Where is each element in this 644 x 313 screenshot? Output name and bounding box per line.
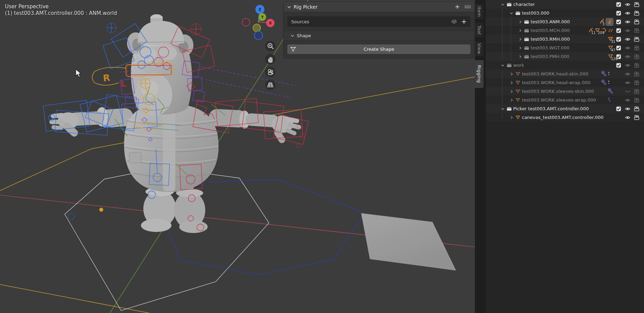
- hide-viewport-toggle[interactable]: [623, 72, 632, 77]
- outliner-row[interactable]: test003.ANM.000 3: [486, 17, 644, 26]
- outliner-row[interactable]: test003.PMH.000126: [486, 52, 644, 61]
- outliner-row[interactable]: test003.000: [486, 9, 644, 17]
- hide-viewport-toggle[interactable]: [623, 80, 632, 85]
- wrench-modifier-icon: [601, 80, 607, 85]
- rig-picker-panel-header[interactable]: Rig Picker: [284, 2, 474, 12]
- exclude-checkbox-slot[interactable]: [614, 28, 623, 33]
- 3d-viewport[interactable]: R L User Perspective (1) test003.AMT.con…: [0, 0, 475, 313]
- outliner-row[interactable]: test003.WORK.head-wrap.000: [486, 78, 644, 87]
- shape-subpanel-header[interactable]: Shape: [284, 31, 474, 41]
- row-expand-toggle[interactable]: [509, 89, 514, 94]
- disable-render-toggle[interactable]: [632, 19, 641, 25]
- exclude-checkbox-slot[interactable]: [614, 106, 623, 111]
- disable-render-toggle[interactable]: [632, 2, 641, 7]
- outliner[interactable]: character test003.000 test003.ANM.000 3 …: [486, 0, 644, 313]
- row-expand-toggle[interactable]: [509, 115, 514, 120]
- row-label: canevas_test003.AMT.controller.000: [522, 115, 604, 120]
- tab-rigging[interactable]: Rigging: [475, 60, 484, 88]
- outliner-row[interactable]: character: [486, 0, 644, 9]
- disable-render-toggle[interactable]: [632, 80, 641, 86]
- tab-tool[interactable]: Tool: [475, 22, 484, 38]
- checkbox-icon: [616, 46, 621, 50]
- outliner-row[interactable]: test003.WORK.sleeves-wrap.000: [486, 96, 644, 104]
- row-expand-toggle[interactable]: [500, 2, 506, 7]
- row-expand-toggle[interactable]: [517, 37, 523, 42]
- pan-button[interactable]: [265, 54, 276, 64]
- outliner-row[interactable]: Picker test003.AMT.controller.000: [486, 104, 644, 113]
- disable-render-toggle[interactable]: [632, 10, 641, 16]
- disable-render-toggle[interactable]: [632, 89, 641, 94]
- hide-viewport-toggle[interactable]: [623, 89, 632, 94]
- row-expand-toggle[interactable]: [509, 10, 514, 16]
- render-camera-icon: [634, 115, 640, 120]
- disable-render-toggle[interactable]: [632, 54, 641, 59]
- gizmo-z-label: Z: [259, 7, 261, 12]
- sources-list[interactable]: Sources: [287, 16, 470, 27]
- eye-open-icon: [625, 11, 631, 16]
- outliner-row[interactable]: canevas_test003.AMT.controller.000: [486, 113, 644, 122]
- tab-item[interactable]: Item: [475, 3, 484, 19]
- eye-disabled-icon: [625, 80, 631, 85]
- exclude-checkbox-slot[interactable]: [614, 63, 623, 68]
- mesh-object-icon: [515, 80, 520, 85]
- outliner-row[interactable]: test003.WORK.head-skin.000: [486, 70, 644, 78]
- hide-viewport-toggle[interactable]: [623, 37, 632, 42]
- row-expand-toggle[interactable]: [517, 19, 523, 25]
- perspective-grid-icon: [267, 81, 274, 89]
- disable-render-toggle[interactable]: [632, 37, 641, 42]
- row-expand-toggle[interactable]: [509, 80, 514, 86]
- tab-view[interactable]: View: [475, 41, 484, 57]
- eye-closed-icon: [625, 89, 631, 94]
- outliner-row[interactable]: test003.MCH.000 11209: [486, 26, 644, 35]
- row-expand-toggle[interactable]: [517, 54, 523, 59]
- hide-viewport-toggle[interactable]: [623, 19, 632, 24]
- row-expand-toggle[interactable]: [509, 71, 514, 77]
- exclude-checkbox-slot[interactable]: [614, 19, 623, 24]
- shape-title: Shape: [297, 33, 311, 38]
- camera-view-button[interactable]: [265, 67, 276, 77]
- disable-render-toggle[interactable]: [632, 63, 641, 68]
- disable-render-toggle[interactable]: [632, 28, 641, 33]
- collection-icon: [507, 2, 512, 7]
- hide-viewport-toggle[interactable]: [623, 54, 632, 59]
- navigation-gizmo[interactable]: Z Y X: [242, 2, 278, 42]
- pose-mode-button[interactable]: [606, 18, 613, 26]
- collection-icon: [507, 106, 512, 111]
- row-expand-toggle[interactable]: [517, 28, 523, 33]
- outliner-row[interactable]: work: [486, 61, 644, 70]
- sources-add-button[interactable]: [461, 19, 467, 24]
- gizmo-negative-y: [253, 24, 261, 32]
- disable-render-toggle[interactable]: [632, 115, 641, 120]
- hide-viewport-toggle[interactable]: [623, 63, 632, 68]
- hide-viewport-toggle[interactable]: [623, 11, 632, 16]
- row-expand-toggle[interactable]: [500, 63, 506, 68]
- sources-fake-user-button[interactable]: [451, 19, 457, 24]
- outliner-row[interactable]: test003.WGT.00047: [486, 43, 644, 52]
- disable-render-toggle[interactable]: [632, 45, 641, 51]
- exclude-checkbox-slot[interactable]: [614, 2, 623, 7]
- hide-viewport-toggle[interactable]: [623, 115, 632, 120]
- row-expand-toggle[interactable]: [517, 45, 523, 51]
- hide-viewport-toggle[interactable]: [623, 2, 632, 7]
- panel-extras-button[interactable]: [465, 5, 471, 9]
- hide-viewport-toggle[interactable]: [623, 106, 632, 111]
- mesh-object-icon: [515, 89, 520, 94]
- disable-render-toggle[interactable]: [632, 97, 641, 103]
- row-expand-toggle[interactable]: [500, 106, 506, 112]
- outliner-row[interactable]: test003.WORK.sleeves-skin.000: [486, 87, 644, 96]
- outliner-row[interactable]: test003.RMH.00031: [486, 35, 644, 43]
- create-shape-button[interactable]: Create Shape: [287, 45, 470, 54]
- grid-toggle-button[interactable]: [265, 80, 276, 90]
- tree-guide-line: [502, 9, 502, 61]
- panel-collapse-chevron-icon[interactable]: [287, 5, 291, 9]
- hide-viewport-toggle[interactable]: [623, 98, 632, 103]
- panel-add-button[interactable]: [455, 4, 460, 9]
- hide-viewport-toggle[interactable]: [623, 46, 632, 50]
- disable-render-toggle[interactable]: [632, 71, 641, 77]
- hide-viewport-toggle[interactable]: [623, 28, 632, 33]
- disable-render-toggle[interactable]: [632, 106, 641, 112]
- zoom-button[interactable]: [265, 41, 276, 51]
- subpanel-collapse-chevron-icon[interactable]: [291, 34, 294, 38]
- row-expand-toggle[interactable]: [509, 97, 514, 103]
- exclude-checkbox-slot[interactable]: [614, 11, 623, 16]
